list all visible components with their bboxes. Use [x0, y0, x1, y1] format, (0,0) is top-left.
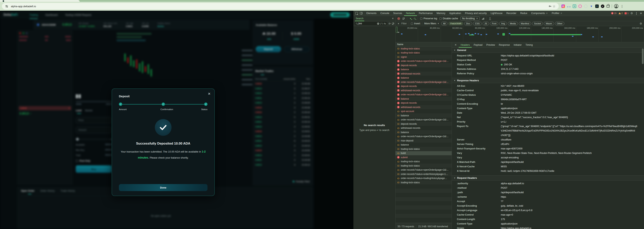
extension-icon-3[interactable]: N [573, 5, 576, 8]
trading-lock-status[interactable]: trading-lock-status [396, 51, 452, 55]
devtools-tab[interactable]: Application [447, 11, 463, 16]
general-section-title[interactable]: ▼General [452, 48, 644, 53]
devtools-menu-icon[interactable]: ⋮ [635, 12, 638, 15]
withdrawal-records[interactable]: withdrawal-records [396, 105, 452, 109]
devtools-tab[interactable]: Lighthouse [488, 11, 504, 16]
withdrawal-records[interactable]: withdrawal-records [396, 126, 452, 130]
order-records?status=openOrder&page=1&l…[interactable]: order-records?status=openOrder&page=1&l… [396, 80, 452, 84]
password-key-icon[interactable] [548, 4, 552, 8]
devtools-tab[interactable]: Redux [518, 11, 529, 16]
inspect-element-icon[interactable] [355, 12, 358, 15]
close-details-icon[interactable]: ✕ [453, 43, 458, 46]
order-records?status=openOrder&page=1&l…[interactable]: order-records?status=openOrder&page=1&l… [396, 134, 452, 139]
preserve-log-checkbox[interactable]: Preserve log [420, 17, 437, 20]
details-tab[interactable]: Response [497, 42, 512, 48]
trading-lock-status[interactable]: trading-lock-status [396, 47, 452, 51]
name-column-header[interactable]: Name [396, 42, 452, 47]
balance[interactable]: balance [396, 68, 452, 72]
extension-icon-1[interactable]: E [562, 5, 565, 8]
throttling-select[interactable]: No throttling▼ [460, 17, 480, 21]
site-settings-icon[interactable] [5, 4, 8, 8]
extension-icon-react[interactable]: ⚛ [595, 5, 599, 8]
search-input[interactable]: limi ✕ (.*) Aa [354, 22, 387, 25]
details-tab[interactable]: Preview [484, 42, 497, 48]
devtools-close-icon[interactable]: ✕ [640, 12, 642, 15]
request-type-chip[interactable]: Doc [464, 22, 472, 25]
submit[interactable]: submit [396, 155, 452, 159]
details-scrollbar[interactable] [642, 49, 644, 229]
balance[interactable]: balance [396, 130, 452, 134]
deposit-records[interactable]: deposit-records [396, 101, 452, 105]
devtools-tab[interactable]: Profiler [550, 11, 564, 16]
request-type-chip[interactable]: All [441, 22, 448, 25]
request-type-chip[interactable]: Fetch/XHR [448, 22, 463, 25]
regex-toggle-icon[interactable]: (.*) [380, 23, 383, 25]
extension-icon-4[interactable] [578, 5, 582, 8]
trading-lock-status[interactable]: trading-lock-status [396, 180, 452, 185]
devtools-tab[interactable]: Console [378, 11, 391, 16]
request-type-chip[interactable]: Socket [532, 22, 543, 25]
request-type-chip[interactable]: CSS [473, 22, 482, 25]
request-type-chip[interactable]: Other [555, 22, 564, 25]
order-records?status=orderHistory&page=1…[interactable]: order-records?status=orderHistory&page=1… [396, 172, 452, 176]
response-headers-section-title[interactable]: ▼Response Headers [452, 78, 644, 83]
devtools-tab[interactable]: Elements [364, 11, 378, 16]
withdrawal-records[interactable]: withdrawal-records [396, 72, 452, 76]
devtools-tab[interactable]: Performance [417, 11, 435, 16]
details-tab[interactable]: Initiator [512, 42, 524, 48]
filter-input[interactable]: Filter [401, 22, 407, 25]
address-bar[interactable]: alpha-app.deltadefi.io ☆ [2, 3, 559, 10]
record-network-icon[interactable] [398, 17, 400, 20]
active-tab[interactable] [0, 0, 80, 2]
cancel-search-icon[interactable] [392, 22, 394, 25]
devtools-tab[interactable]: Components [529, 11, 550, 16]
details-tab[interactable]: Headers [459, 42, 472, 48]
console-warnings-badge[interactable]: 2 [618, 12, 623, 15]
balance[interactable]: balance [396, 143, 452, 147]
trading-lock-status[interactable]: trading-lock-status [396, 164, 452, 168]
extension-icon-check[interactable]: ✓ [601, 5, 604, 8]
request-type-chip[interactable]: Manifest [519, 22, 531, 25]
extension-icon-2[interactable]: ⌄⌄ [567, 5, 570, 8]
network-conditions-icon[interactable] [482, 17, 484, 20]
order-records?status=openOrder&page=1&l…[interactable]: order-records?status=openOrder&page=1&l… [396, 93, 452, 97]
signin[interactable]: signin [396, 55, 452, 59]
network-settings-icon[interactable]: ⚙ [640, 22, 642, 25]
order-records?status=openOrder&page=1&l…[interactable]: order-records?status=openOrder&page=1&l… [396, 118, 452, 122]
filter-toggle-icon[interactable]: ▼ [410, 18, 412, 20]
extension-icon-6[interactable]: ▼ [590, 5, 593, 8]
order-records?status=openOrder&page=1&l…[interactable]: order-records?status=openOrder&page=1&l… [396, 168, 452, 172]
request-headers-section-title[interactable]: ▼Request Headers [452, 175, 644, 180]
extensions-puzzle-icon[interactable] [606, 5, 610, 8]
order-records?status=openOrder&page=1&l…[interactable]: order-records?status=openOrder&page=1&l… [396, 59, 452, 63]
request-type-chip[interactable]: Font [490, 22, 498, 25]
more-filters-button[interactable]: More filters▼ [424, 22, 439, 25]
search-drawer-tab[interactable]: Search ✕ [353, 16, 396, 21]
clear-network-icon[interactable] [402, 17, 405, 20]
timeline-handle[interactable] [396, 27, 398, 33]
balance[interactable]: balance [396, 113, 452, 118]
devtools-tab[interactable]: Sources [391, 11, 404, 16]
spot-account[interactable]: spot-account [396, 109, 452, 114]
request-type-chip[interactable]: Wasm [544, 22, 554, 25]
done-button[interactable]: Done [119, 184, 208, 191]
case-toggle-icon[interactable]: Aa [384, 23, 386, 25]
extension-icon-5[interactable] [584, 5, 588, 8]
withdrawal-records[interactable]: withdrawal-records [396, 88, 452, 93]
network-timeline[interactable]: 20,000 ms40,000 ms60,000 ms80,000 ms100,… [396, 26, 644, 42]
build[interactable]: build [396, 151, 452, 155]
device-toolbar-icon[interactable] [360, 12, 362, 15]
browser-menu-icon[interactable]: ⋮ [620, 5, 624, 8]
trading-lock-status[interactable]: trading-lock-status [396, 159, 452, 164]
details-tab[interactable]: Timing [524, 42, 535, 48]
refresh-search-icon[interactable]: ⟳ [388, 22, 391, 25]
devtools-tab[interactable]: Network [404, 11, 417, 16]
deposit-records[interactable]: deposit-records [396, 84, 452, 89]
order-records?status=tradingHistory&page…[interactable]: order-records?status=tradingHistory&page… [396, 176, 452, 180]
close-icon[interactable]: ✕ [208, 92, 210, 96]
clear-search-icon[interactable]: ✕ [377, 23, 379, 25]
details-tab[interactable]: Payload [472, 42, 484, 48]
disable-cache-checkbox[interactable]: Disable cache [440, 17, 458, 20]
profile-avatar[interactable] [614, 4, 618, 8]
close-search-icon[interactable]: ✕ [392, 17, 394, 20]
